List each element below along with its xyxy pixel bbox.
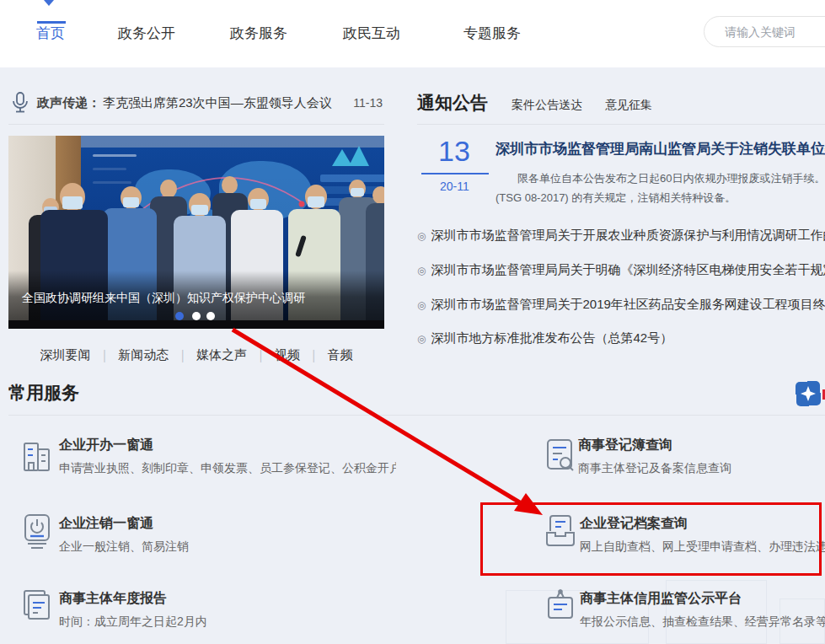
featured-notice-date: 20-11 <box>440 180 469 193</box>
divider <box>8 124 384 125</box>
notice-section-title: 通知公告 <box>417 91 488 115</box>
notice-list-item[interactable]: ◎深圳市地方标准批准发布公告（总第42号） <box>417 330 825 346</box>
annual-report-icon[interactable] <box>21 588 53 625</box>
photo-chart <box>93 181 131 184</box>
link-news-updates[interactable]: 新闻动态 <box>118 347 169 362</box>
link-separator: ｜ <box>300 347 328 362</box>
featured-notice-summary: 限各单位自本公告发布之日起60日内依规办理报废或注销手续。逾期不 <box>517 171 825 186</box>
news-category-links: 深圳要闻｜新闻动态｜媒体之声｜视频｜音频 <box>8 347 384 363</box>
carousel-dot-3[interactable] <box>206 312 215 320</box>
notice-item-title: 深圳市市场监督管理局关于开展农业种质资源保护与利用情况调研工作的通知 <box>431 228 825 242</box>
voice-section-label: 政声传递： <box>37 95 100 111</box>
tab-case-announcements[interactable]: 案件公告送达 <box>512 98 582 113</box>
carousel-photo[interactable]: 全国政协调研组来中国（深圳）知识产权保护中心调研 <box>8 136 384 329</box>
carousel-dot-2[interactable] <box>192 312 201 320</box>
notice-list-item[interactable]: ◎深圳市市场监督管理局局关于明确《深圳经济特区电梯使用安全若干规定》电 <box>417 262 825 278</box>
link-separator: ｜ <box>169 347 196 362</box>
photo-chart <box>93 168 126 170</box>
bullet-icon: ◎ <box>417 333 426 345</box>
service-company-open-title[interactable]: 企业开办一窗通 <box>59 437 153 454</box>
voice-news-row: 政声传递： 李克强出席第23次中国—东盟领导人会议 11-13 <box>8 87 384 121</box>
register-query-icon[interactable] <box>544 437 576 474</box>
notice-item-title: 深圳市市场监督管理局局关于明确《深圳经济特区电梯使用安全若干规定》电 <box>431 262 825 276</box>
service-annual-report-title[interactable]: 商事主体年度报告 <box>59 590 167 608</box>
notice-item-title: 深圳市地方标准批准发布公告（总第42号） <box>431 330 672 345</box>
service-company-cancel-title[interactable]: 企业注销一窗通 <box>59 515 153 533</box>
featured-notice-title[interactable]: 深圳市市场监督管理局南山监管局关于注销失联单位特种设 <box>496 139 825 158</box>
microphone-icon <box>10 92 30 114</box>
service-credit-platform-desc: 年报公示信息、抽查检查结果、经营异常名录等 <box>580 614 825 630</box>
carousel-dot-1[interactable] <box>175 312 184 320</box>
service-company-cancel-desc: 企业一般注销、简易注销 <box>59 539 396 555</box>
voice-news-date: 11-13 <box>353 96 383 110</box>
caret-down-icon <box>44 0 54 6</box>
divider <box>8 415 825 416</box>
featured-notice-summary: (TSG 08-2017) 的有关规定，注销相关特种设备。 <box>496 191 825 206</box>
service-annual-report-desc: 时间：成立周年之日起2月内 <box>59 614 396 630</box>
service-company-open-desc: 申请营业执照、刻制印章、申领发票、员工参保登记、公积金开户登记 <box>59 461 396 476</box>
notice-list-item[interactable]: ◎深圳市市场监督管理局关于开展农业种质资源保护与利用情况调研工作的通知 <box>417 228 825 244</box>
photo-floor <box>8 320 384 329</box>
top-navigation-bar: 首页 政务公开 政务服务 政民互动 专题服务 <box>0 0 825 67</box>
company-cancel-icon[interactable] <box>21 513 53 550</box>
nav-tab-gov-info[interactable]: 政务公开 <box>118 24 175 43</box>
bullet-icon: ◎ <box>417 230 426 242</box>
service-archive-query-desc: 网上自助查档、网上受理申请查档、办理违法违规 <box>580 539 825 555</box>
bullet-icon: ◎ <box>417 299 426 311</box>
service-register-query-title[interactable]: 商事登记簿查询 <box>578 437 672 454</box>
service-register-query-desc: 商事主体登记及备案信息查询 <box>578 461 825 476</box>
featured-date-rule <box>421 173 489 174</box>
nav-tab-home[interactable]: 首页 <box>36 24 65 43</box>
bullet-icon: ◎ <box>417 265 426 276</box>
link-media-voice[interactable]: 媒体之声 <box>196 347 247 362</box>
search-input[interactable] <box>725 17 825 46</box>
carousel-caption: 全国政协调研组来中国（深圳）知识产权保护中心调研 <box>22 291 305 306</box>
nav-tab-gov-services[interactable]: 政务服务 <box>230 24 287 43</box>
link-separator: ｜ <box>91 347 119 362</box>
credit-platform-icon[interactable] <box>544 588 576 625</box>
notice-item-title: 深圳市市场监督管理局关于2019年社区药品安全服务网建设工程项目终期验收 <box>431 297 825 311</box>
service-credit-platform-title[interactable]: 商事主体信用监管公示平台 <box>580 590 742 608</box>
link-video[interactable]: 视频 <box>275 347 300 362</box>
service-archive-query-title[interactable]: 企业登记档案查询 <box>580 515 688 533</box>
tab-opinion-solicitation[interactable]: 意见征集 <box>605 98 652 113</box>
notice-list-item[interactable]: ◎深圳市市场监督管理局关于2019年社区药品安全服务网建设工程项目终期验收 <box>417 297 825 313</box>
photo-peaks-chart <box>330 142 379 168</box>
divider <box>417 124 825 125</box>
search-box[interactable] <box>704 16 825 47</box>
nav-tab-special[interactable]: 专题服务 <box>463 24 521 43</box>
featured-notice-day: 13 <box>438 135 470 168</box>
voice-news-link[interactable]: 李克强出席第23次中国—东盟领导人会议 <box>103 95 332 111</box>
pinwheel-logo-icon[interactable] <box>794 379 822 408</box>
photo-chart <box>93 154 137 157</box>
link-audio[interactable]: 音频 <box>327 347 352 362</box>
nav-tab-interaction[interactable]: 政民互动 <box>343 24 400 43</box>
archive-query-icon[interactable] <box>544 513 576 550</box>
link-shenzhen-news[interactable]: 深圳要闻 <box>40 347 91 362</box>
link-separator: ｜ <box>247 347 275 362</box>
services-section-title: 常用服务 <box>8 381 79 405</box>
company-open-icon[interactable] <box>21 437 53 474</box>
